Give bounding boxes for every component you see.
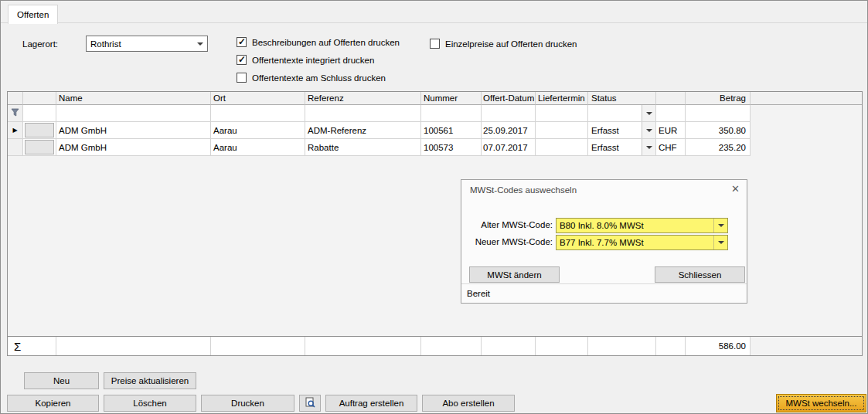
filter-cell xyxy=(23,105,56,122)
table-row[interactable]: ADM GmbH Aarau Rabatte 100573 07.07.2017… xyxy=(8,139,862,156)
filter-liefertermin-input[interactable] xyxy=(536,105,588,122)
cell-currency[interactable]: EUR xyxy=(656,122,686,139)
old-mwst-value: B80 Inkl. 8.0% MWSt xyxy=(557,221,713,230)
cell-ort[interactable]: Aarau xyxy=(211,139,305,156)
cell-nummer[interactable]: 100561 xyxy=(421,122,482,139)
cell-betrag[interactable]: 235.20 xyxy=(686,139,751,156)
old-mwst-select[interactable]: B80 Inkl. 8.0% MWSt xyxy=(556,218,728,233)
checkbox-offertentexte-schluss[interactable]: Offertentexte am Schluss drucken xyxy=(237,73,386,83)
checkbox-label: Einzelpreise auf Offerten drucken xyxy=(445,39,577,49)
summary-total: 586.00 xyxy=(686,337,751,355)
chevron-down-icon xyxy=(193,36,207,51)
new-mwst-label: Neuer MWSt-Code: xyxy=(472,237,553,246)
loeschen-button[interactable]: Löschen xyxy=(104,395,196,412)
header-betrag[interactable]: Betrag xyxy=(686,92,751,105)
tab-offerten-label: Offerten xyxy=(17,10,49,19)
kopieren-button[interactable]: Kopieren xyxy=(7,395,99,412)
filter-funnel-icon xyxy=(11,108,19,118)
chevron-down-icon xyxy=(646,112,652,115)
status-dropdown-button[interactable] xyxy=(642,139,655,155)
checkbox-label: Offertentexte integriert drucken xyxy=(252,56,374,65)
cell-referenz[interactable]: Rabatte xyxy=(305,139,421,156)
grid-header-row: Name Ort Referenz Nummer Offert-Datum Li… xyxy=(8,92,862,105)
cell-status-select[interactable]: Erfasst xyxy=(588,122,656,139)
neu-button[interactable]: Neu xyxy=(24,372,99,389)
header-filler xyxy=(751,92,862,105)
checkbox-box[interactable] xyxy=(430,39,440,49)
cell-offert-datum[interactable]: 07.07.2017 xyxy=(482,139,536,156)
cell-referenz[interactable]: ADM-Referenz xyxy=(305,122,421,139)
cell-name[interactable]: ADM GmbH xyxy=(56,122,211,139)
print-preview-icon xyxy=(305,397,315,409)
table-row[interactable]: ▶ ADM GmbH Aarau ADM-Referenz 100561 25.… xyxy=(8,122,862,139)
lagerort-value: Rothrist xyxy=(87,39,193,49)
checkbox-label: Beschreibungen auf Offerten drucken xyxy=(252,38,400,47)
cell-status-select[interactable]: Erfasst xyxy=(588,139,656,156)
row-button[interactable] xyxy=(25,140,54,154)
row-button[interactable] xyxy=(25,123,54,137)
filter-referenz-input[interactable] xyxy=(305,105,421,122)
row-indicator xyxy=(8,139,23,156)
close-icon[interactable]: ✕ xyxy=(731,183,740,195)
status-text: Bereit xyxy=(467,289,490,298)
filter-name-input[interactable] xyxy=(56,105,211,122)
chevron-down-icon xyxy=(646,129,652,132)
corner-cell xyxy=(8,92,23,105)
filter-nummer-input[interactable] xyxy=(421,105,482,122)
auftrag-erstellen-button[interactable]: Auftrag erstellen xyxy=(325,395,417,412)
cell-ort[interactable]: Aarau xyxy=(211,122,305,139)
filter-indicator-cell xyxy=(8,105,23,122)
cell-liefertermin[interactable] xyxy=(536,122,588,139)
chevron-down-icon xyxy=(646,146,652,149)
status-filter-dropdown-button[interactable] xyxy=(642,105,655,121)
cell-liefertermin[interactable] xyxy=(536,139,588,156)
abo-erstellen-button[interactable]: Abo erstellen xyxy=(422,395,515,412)
current-row-arrow-icon: ▶ xyxy=(12,127,17,134)
header-name[interactable]: Name xyxy=(56,92,211,105)
filter-row xyxy=(8,105,862,122)
checkbox-einzelpreise[interactable]: Einzelpreise auf Offerten drucken xyxy=(430,39,577,49)
cell-currency[interactable]: CHF xyxy=(656,139,686,156)
checkbox-box[interactable] xyxy=(237,37,247,47)
checkbox-box[interactable] xyxy=(237,55,247,65)
schliessen-button[interactable]: Schliessen xyxy=(655,266,745,283)
filter-status-select[interactable] xyxy=(588,105,656,122)
filter-ort-input[interactable] xyxy=(211,105,305,122)
tab-offerten[interactable]: Offerten xyxy=(8,5,58,24)
sigma-icon: Σ xyxy=(8,337,56,355)
cell-offert-datum[interactable]: 25.09.2017 xyxy=(482,122,536,139)
new-mwst-select[interactable]: B77 Inkl. 7.7% MWSt xyxy=(556,235,728,250)
header-button-col xyxy=(23,92,56,105)
status-dropdown-button[interactable] xyxy=(642,122,655,138)
row-button-cell[interactable] xyxy=(23,122,56,139)
cell-name[interactable]: ADM GmbH xyxy=(56,139,211,156)
chevron-down-icon xyxy=(713,236,727,249)
header-liefertermin[interactable]: Liefertermin xyxy=(536,92,588,105)
cell-nummer[interactable]: 100573 xyxy=(421,139,482,156)
checkbox-label: Offertentexte am Schluss drucken xyxy=(252,73,386,83)
drucken-button[interactable]: Drucken xyxy=(201,395,294,412)
tab-strip-divider xyxy=(1,22,868,23)
filter-betrag-input[interactable] xyxy=(686,105,751,122)
mwst-aendern-button[interactable]: MWSt ändern xyxy=(469,266,560,283)
dialog-status-bar: Bereit xyxy=(461,283,747,303)
row-indicator: ▶ xyxy=(8,122,23,139)
header-referenz[interactable]: Referenz xyxy=(305,92,421,105)
checkbox-beschreibungen-drucken[interactable]: Beschreibungen auf Offerten drucken xyxy=(237,37,400,47)
checkbox-box[interactable] xyxy=(237,73,247,83)
header-offert-datum[interactable]: Offert-Datum xyxy=(482,92,536,105)
print-preview-button[interactable] xyxy=(299,395,321,412)
checkbox-offertentexte-integriert[interactable]: Offertentexte integriert drucken xyxy=(237,55,374,65)
cell-betrag[interactable]: 350.80 xyxy=(686,122,751,139)
header-nummer[interactable]: Nummer xyxy=(421,92,482,105)
mwst-wechseln-button[interactable]: MWSt wechseln... xyxy=(776,394,866,412)
header-currency xyxy=(656,92,686,105)
header-ort[interactable]: Ort xyxy=(211,92,305,105)
preise-aktualisieren-button[interactable]: Preise aktualisieren xyxy=(104,372,196,389)
header-status[interactable]: Status xyxy=(588,92,656,105)
row-button-cell[interactable] xyxy=(23,139,56,156)
lagerort-select[interactable]: Rothrist xyxy=(86,36,208,52)
filter-currency-input[interactable] xyxy=(656,105,686,122)
summary-row: Σ 586.00 xyxy=(8,336,862,355)
filter-offert-datum-input[interactable] xyxy=(482,105,536,122)
